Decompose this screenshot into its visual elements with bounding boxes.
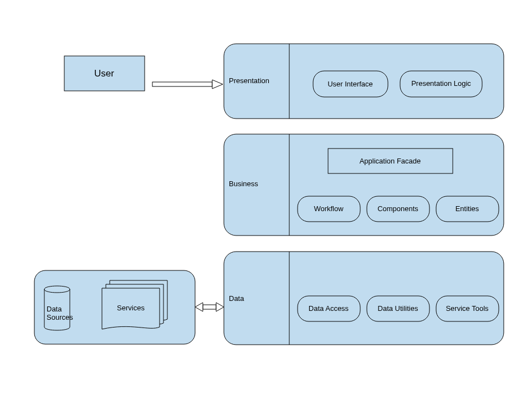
architecture-diagram: User Presentation User Interface Present… — [0, 0, 532, 399]
pill-label: Data Utilities — [378, 304, 418, 313]
box-application-facade: Application Facade — [328, 149, 453, 173]
layer-business-title: Business — [229, 180, 258, 188]
pill-data-utilities: Data Utilities — [367, 296, 429, 321]
pill-label: Presentation Logic — [411, 79, 471, 88]
pill-label: Entities — [456, 204, 479, 213]
arrow-external-to-data — [195, 303, 224, 311]
pill-label: Components — [377, 204, 418, 213]
pill-presentation-logic: Presentation Logic — [400, 71, 482, 97]
pill-label: Workflow — [314, 204, 344, 213]
pill-components: Components — [367, 196, 429, 222]
user-box: User — [64, 56, 145, 91]
user-label: User — [94, 68, 114, 79]
layer-presentation-title: Presentation — [229, 76, 269, 85]
pill-label: Service Tools — [446, 304, 489, 313]
pill-user-interface: User Interface — [313, 71, 388, 97]
pill-service-tools: Service Tools — [436, 296, 499, 321]
sheets-services: Services — [102, 280, 167, 329]
external-panel: Data Sources Services — [34, 270, 195, 344]
pill-data-access: Data Access — [298, 296, 360, 321]
layer-business: Business Application Facade Workflow Com… — [224, 134, 504, 236]
svg-rect-18 — [203, 305, 216, 309]
layer-presentation: Presentation User Interface Presentation… — [224, 44, 504, 119]
ext-label-line2: Sources — [47, 313, 73, 321]
pill-label: Data Access — [309, 304, 349, 313]
pill-label: User Interface — [328, 80, 373, 88]
svg-rect-1 — [152, 82, 212, 86]
pill-workflow: Workflow — [298, 196, 360, 222]
arrow-user-to-presentation — [152, 80, 223, 89]
layer-data: Data Data Access Data Utilities Service … — [224, 252, 504, 345]
ext-label-line1: Data — [47, 305, 62, 313]
cylinder-data-sources: Data Sources — [44, 286, 73, 330]
pill-entities: Entities — [436, 196, 499, 222]
services-label: Services — [117, 304, 145, 312]
layer-data-title: Data — [229, 294, 244, 303]
facade-label: Application Facade — [360, 157, 421, 165]
